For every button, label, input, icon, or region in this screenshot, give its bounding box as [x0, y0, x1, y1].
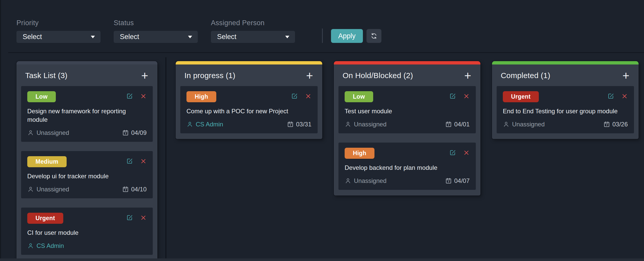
task-card[interactable]: Medium — [21, 151, 153, 198]
column-in-progress: In progress (1) + High — [176, 61, 322, 139]
column-header: In progress (1) + — [176, 64, 322, 86]
assigned-person-label: Assigned Person — [211, 19, 295, 27]
pencil-square-icon — [291, 92, 298, 100]
task-card[interactable]: High — [338, 143, 476, 190]
calendar-day-number: 7 — [448, 124, 449, 126]
calendar-day-number: 7 — [448, 180, 449, 183]
calendar-day-number: 7 — [125, 189, 126, 191]
column-completed: Completed (1) + Urgent — [492, 61, 639, 139]
due-date-text: 04/01 — [454, 121, 470, 128]
card-top: Low — [345, 91, 470, 102]
card-top: High — [186, 91, 311, 102]
priority-badge: Low — [27, 91, 56, 102]
task-card[interactable]: Low — [21, 86, 153, 142]
calendar-day-number: 7 — [290, 124, 291, 126]
card-top: Low — [27, 91, 147, 102]
add-task-button[interactable]: + — [622, 71, 629, 80]
assignee-name: CS Admin — [196, 121, 223, 128]
task-card[interactable]: Low — [338, 86, 476, 133]
task-title: CI for user module — [27, 228, 147, 237]
delete-task-button[interactable] — [621, 93, 628, 99]
delete-task-button[interactable] — [140, 215, 147, 221]
refresh-button[interactable] — [366, 29, 381, 43]
add-task-button[interactable]: + — [306, 71, 313, 80]
card-actions — [449, 92, 470, 100]
column-title: On Hold/Blocked (2) — [343, 71, 413, 80]
edit-task-button[interactable] — [449, 92, 457, 100]
status-select-value: Select — [120, 33, 139, 41]
task-title: Come up with a POC for new Project — [186, 107, 311, 115]
due-date-text: 04/07 — [454, 177, 470, 184]
horizontal-scrollbar-track[interactable] — [0, 258, 644, 261]
status-select[interactable]: Select — [114, 31, 198, 43]
card-list: High — [176, 86, 322, 139]
pencil-square-icon — [449, 92, 457, 100]
delete-task-button[interactable] — [463, 150, 470, 156]
assignee: Unassigned — [503, 121, 545, 128]
task-title: End to End Testing for user group module — [503, 107, 628, 115]
person-icon — [345, 121, 351, 128]
card-footer: Unassigned 7 04/10 — [27, 185, 147, 193]
x-mark-icon — [140, 93, 147, 99]
add-task-button[interactable]: + — [141, 71, 148, 80]
board-section-divider — [165, 57, 166, 261]
priority-badge: High — [186, 91, 216, 102]
card-actions — [291, 92, 311, 100]
task-card[interactable]: Urgent — [497, 86, 634, 133]
assignee: CS Admin — [186, 121, 223, 128]
calendar-icon: 7 — [287, 121, 294, 128]
calendar-icon: 7 — [122, 129, 129, 136]
task-card[interactable]: Urgent — [21, 208, 153, 255]
refresh-arrows-icon — [370, 32, 378, 40]
priority-badge: High — [345, 148, 374, 159]
caret-down-icon — [91, 36, 95, 38]
priority-select-value: Select — [23, 33, 42, 41]
edit-task-button[interactable] — [126, 214, 133, 221]
column-header: On Hold/Blocked (2) + — [334, 64, 480, 86]
calendar-icon: 7 — [445, 121, 452, 128]
edit-task-button[interactable] — [449, 149, 457, 156]
column-task-list: Task List (3) + Low — [16, 61, 157, 260]
card-footer: CS Admin — [27, 242, 147, 250]
column-accent-bar — [16, 61, 157, 64]
assignee-name: CS Admin — [37, 242, 64, 249]
status-label: Status — [114, 19, 198, 27]
assignee-name: Unassigned — [512, 121, 545, 128]
due-date: 7 03/26 — [603, 121, 628, 128]
edit-task-button[interactable] — [126, 92, 133, 100]
filter-board-divider — [8, 52, 644, 53]
pencil-square-icon — [607, 92, 615, 100]
due-date-text: 04/09 — [131, 129, 147, 136]
delete-task-button[interactable] — [305, 93, 311, 99]
add-task-button[interactable]: + — [464, 71, 471, 80]
delete-task-button[interactable] — [140, 158, 147, 164]
calendar-icon: 7 — [122, 186, 129, 193]
assignee: Unassigned — [345, 177, 387, 184]
delete-task-button[interactable] — [140, 93, 147, 99]
x-mark-icon — [140, 158, 147, 164]
assignee: Unassigned — [27, 129, 69, 136]
apply-button[interactable]: Apply — [331, 29, 363, 43]
card-list: Urgent — [492, 86, 639, 139]
priority-badge: Medium — [27, 156, 67, 167]
due-date: 7 03/31 — [287, 121, 311, 128]
edit-task-button[interactable] — [126, 157, 133, 165]
edit-task-button[interactable] — [607, 92, 615, 100]
card-top: High — [345, 148, 470, 159]
pencil-square-icon — [126, 214, 133, 221]
filter-priority: Priority Select — [16, 19, 101, 43]
filter-assigned-person: Assigned Person Select — [211, 19, 295, 43]
priority-select[interactable]: Select — [16, 31, 101, 43]
caret-down-icon — [188, 36, 192, 38]
task-card[interactable]: High — [180, 86, 318, 133]
person-icon — [27, 243, 34, 249]
x-mark-icon — [305, 93, 311, 99]
due-date: 7 04/10 — [122, 186, 147, 193]
assignee-name: Unassigned — [37, 129, 69, 136]
due-date: 7 04/09 — [122, 129, 147, 136]
assignee: Unassigned — [27, 186, 69, 193]
edit-task-button[interactable] — [291, 92, 298, 100]
delete-task-button[interactable] — [463, 93, 470, 99]
calendar-icon: 7 — [445, 178, 452, 184]
assigned-person-select[interactable]: Select — [211, 31, 295, 43]
